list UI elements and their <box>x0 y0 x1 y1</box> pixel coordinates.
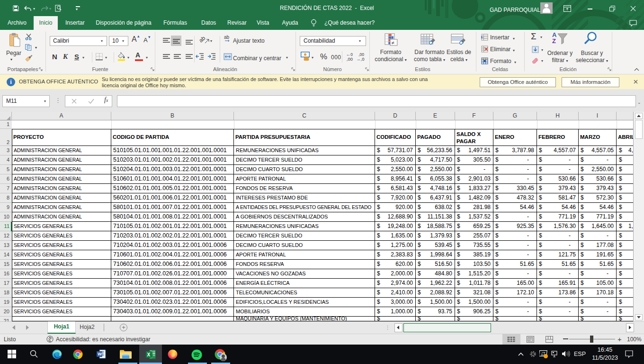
svg-text:X: X <box>147 352 151 357</box>
svg-text:W: W <box>98 351 102 356</box>
svg-text:ab: ab <box>224 35 230 40</box>
svg-text:≠: ≠ <box>392 40 394 46</box>
